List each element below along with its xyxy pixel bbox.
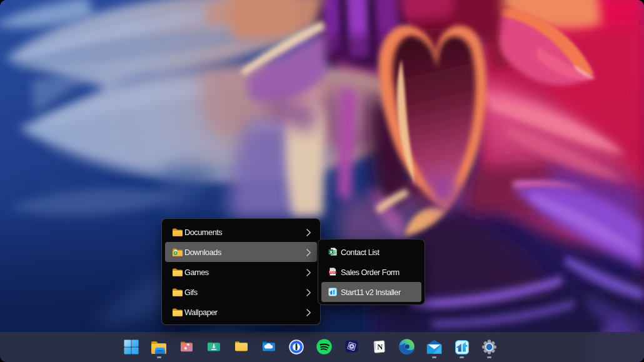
svg-text:N: N bbox=[377, 343, 383, 351]
svg-text:X: X bbox=[330, 249, 333, 255]
svg-text:PDF: PDF bbox=[330, 271, 336, 274]
